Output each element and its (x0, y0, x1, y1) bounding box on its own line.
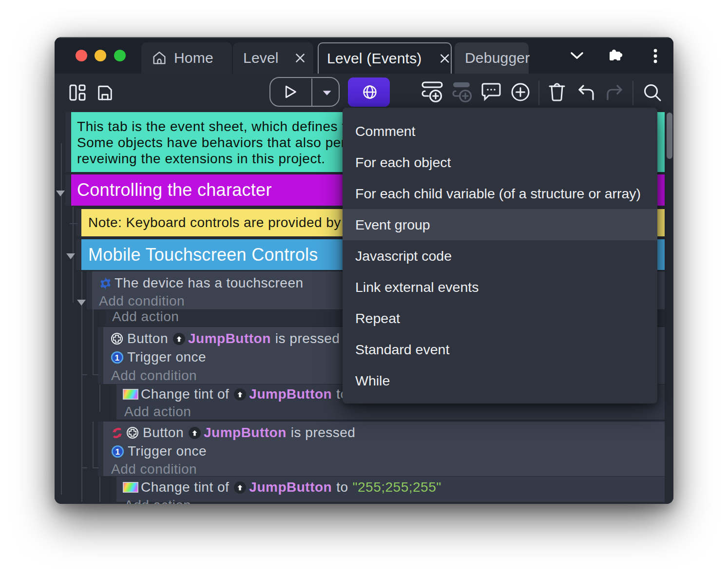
svg-text:1: 1 (115, 353, 120, 362)
svg-text:1: 1 (115, 447, 120, 456)
